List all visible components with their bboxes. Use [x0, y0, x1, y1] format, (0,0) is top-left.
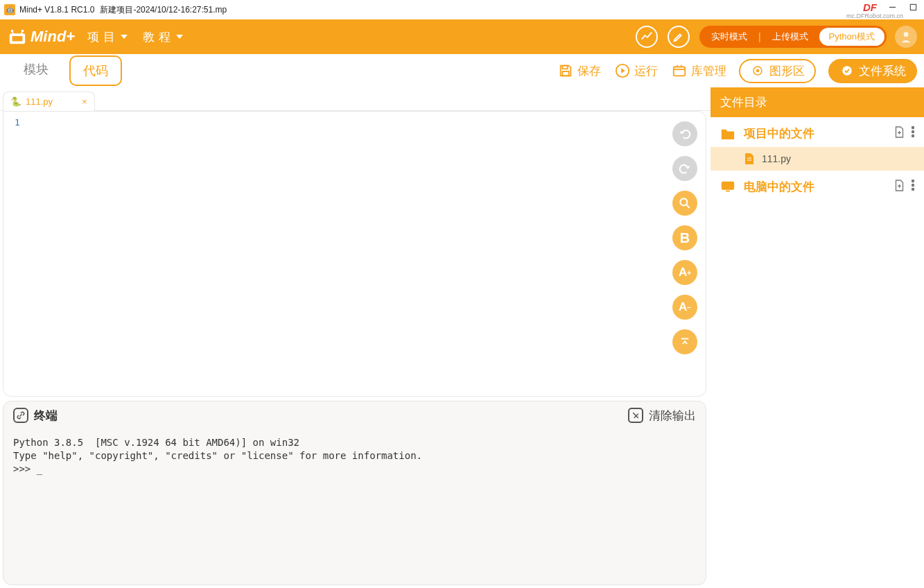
search-button[interactable] [672, 191, 697, 216]
filesys-label: 文件系统 [859, 63, 906, 79]
svg-rect-10 [562, 71, 568, 76]
svg-point-29 [912, 135, 914, 137]
play-icon [615, 63, 630, 78]
code-editor[interactable]: 1 B A+ A− [3, 111, 706, 397]
close-icon[interactable]: × [82, 96, 87, 107]
graph-label: 图形区 [769, 63, 805, 79]
line-gutter: 1 [3, 112, 31, 396]
terminal: 终端 清除输出 Python 3.8.5 [MSC v.1924 64 bit … [3, 401, 706, 585]
edit-icon-button[interactable] [668, 26, 690, 48]
titlebar: 🤖 Mind+ V1.8.1 RC1.0 新建项目-2024/10/12-16:… [0, 0, 924, 19]
editor-tab-name: 111.py [26, 96, 53, 107]
brand-logo: DF [863, 1, 877, 13]
maximize-button[interactable] [907, 3, 918, 12]
header: Mind+ 项目 教程 实时模式 | 上传模式 Python模式 [0, 19, 924, 54]
terminal-title: 终端 [34, 408, 58, 424]
editor-tab[interactable]: 🐍 111.py × [3, 92, 95, 111]
chevron-down-icon [176, 35, 183, 39]
menu-tutorial-label: 教程 [143, 29, 175, 45]
logo-icon [7, 27, 28, 46]
line-number-1: 1 [3, 117, 31, 128]
code-body[interactable] [31, 112, 706, 396]
terminal-body[interactable]: Python 3.8.5 [MSC v.1924 64 bit AMD64)] … [3, 429, 706, 585]
collapse-button[interactable] [672, 329, 697, 354]
mode-switch: 实时模式 | 上传模式 Python模式 [699, 26, 887, 48]
more-icon[interactable] [912, 180, 914, 195]
folder-icon [720, 127, 735, 141]
save-button[interactable]: 保存 [558, 63, 601, 79]
svg-point-38 [912, 188, 914, 190]
font-decrease-button[interactable]: A− [672, 295, 697, 320]
menu-project[interactable]: 项目 [87, 29, 128, 45]
add-file-icon[interactable] [894, 126, 905, 141]
titlebar-file: 新建项目-2024/10/12-16:27:51.mp [100, 4, 227, 16]
chart-icon-button[interactable] [636, 26, 658, 48]
project-file-name: 111.py [762, 153, 791, 164]
file-panel: 文件目录 项目中的文件 111.py 电脑中的文件 [711, 87, 924, 588]
font-increase-button[interactable]: A+ [672, 260, 697, 285]
terminal-header: 终端 清除输出 [3, 401, 706, 429]
user-avatar[interactable] [895, 26, 917, 48]
svg-marker-12 [621, 68, 625, 73]
svg-point-37 [912, 184, 914, 186]
tab-code[interactable]: 代码 [69, 55, 122, 86]
svg-point-28 [912, 130, 914, 132]
project-files-label: 项目中的文件 [744, 126, 814, 141]
save-icon [558, 63, 573, 78]
clear-label: 清除输出 [649, 408, 696, 424]
svg-point-18 [756, 69, 760, 73]
more-icon[interactable] [912, 126, 914, 141]
add-file-icon[interactable] [894, 180, 905, 195]
project-file-item[interactable]: 111.py [711, 147, 924, 171]
svg-rect-32 [722, 181, 734, 189]
svg-rect-33 [726, 190, 729, 191]
app-icon: 🤖 [4, 4, 15, 15]
computer-files-label: 电脑中的文件 [744, 179, 814, 195]
svg-rect-13 [674, 67, 686, 76]
tab-module[interactable]: 模块 [11, 55, 61, 86]
minimize-button[interactable] [887, 3, 898, 12]
computer-files-section[interactable]: 电脑中的文件 [711, 171, 924, 200]
library-button[interactable]: 库管理 [672, 63, 726, 79]
monitor-icon [720, 180, 735, 194]
library-icon [672, 63, 687, 78]
editor-column: 🐍 111.py × 1 B A+ A− 终端 [0, 87, 711, 588]
python-icon: 🐍 [10, 96, 21, 107]
library-label: 库管理 [691, 63, 726, 79]
logo: Mind+ [7, 27, 75, 46]
redo-button[interactable] [672, 156, 697, 181]
bold-button[interactable]: B [672, 225, 697, 250]
filesys-button[interactable]: 文件系统 [828, 59, 917, 83]
menu-project-label: 项目 [87, 29, 119, 45]
svg-point-27 [912, 126, 914, 128]
svg-rect-1 [910, 4, 916, 10]
main: 🐍 111.py × 1 B A+ A− 终端 [0, 87, 924, 588]
menu-tutorial[interactable]: 教程 [143, 29, 183, 45]
chevron-down-icon [121, 35, 128, 39]
svg-point-8 [904, 32, 909, 37]
clear-output-button[interactable]: 清除输出 [628, 408, 696, 424]
run-label: 运行 [634, 63, 658, 79]
titlebar-app: Mind+ V1.8.1 RC1.0 [19, 5, 94, 15]
mode-separator: | [758, 31, 761, 42]
target-icon [750, 63, 765, 78]
svg-rect-3 [12, 36, 23, 41]
graph-button[interactable]: 图形区 [739, 59, 816, 83]
brand-sub: mc.DFRobot.com.cn [846, 12, 903, 19]
mode-upload[interactable]: 上传模式 [762, 28, 818, 46]
link-icon [13, 408, 28, 423]
svg-point-20 [680, 198, 687, 205]
run-button[interactable]: 运行 [615, 63, 658, 79]
file-panel-title: 文件目录 [711, 87, 924, 117]
project-files-section[interactable]: 项目中的文件 [711, 117, 924, 147]
svg-point-36 [912, 180, 914, 182]
mode-python[interactable]: Python模式 [819, 28, 884, 46]
svg-line-23 [633, 413, 638, 418]
editor-tabs: 🐍 111.py × [0, 87, 711, 111]
logo-text: Mind+ [30, 28, 75, 46]
undo-button[interactable] [672, 121, 697, 146]
editor-float-tools: B A+ A− [672, 121, 697, 354]
clear-icon [628, 408, 643, 423]
svg-rect-9 [562, 66, 567, 69]
mode-realtime[interactable]: 实时模式 [701, 28, 757, 46]
